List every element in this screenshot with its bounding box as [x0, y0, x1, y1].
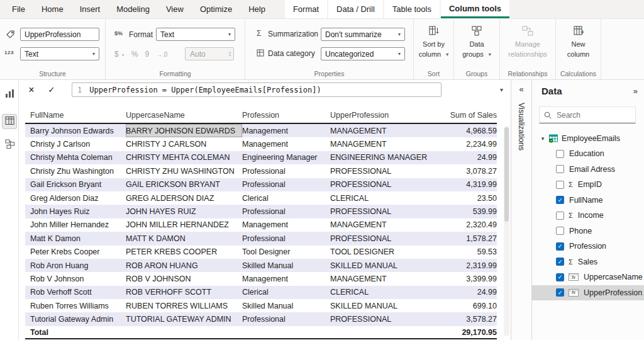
table-scrollbar[interactable] — [504, 126, 509, 336]
field-checkbox[interactable] — [556, 227, 564, 235]
new-column-button[interactable]: New column — [556, 25, 601, 59]
cancel-button[interactable]: × — [23, 80, 40, 99]
sort-by-column-button[interactable]: Sort by column▾ — [414, 25, 453, 59]
table-cell[interactable]: CHRISTY J CARLSON — [126, 137, 242, 150]
table-cell[interactable]: Engineering Manager — [242, 151, 330, 164]
table-cell[interactable]: Peter Krebs Cooper — [25, 246, 126, 259]
table-cell[interactable]: PROFESSIONAL — [330, 178, 431, 191]
table-cell[interactable]: PETER KREBS COOPER — [126, 246, 242, 259]
table-cell[interactable]: 59.53 — [431, 246, 497, 259]
data-type-dropdown[interactable]: Text ▾ — [20, 47, 99, 60]
table-cell[interactable]: ROB V JOHNSON — [126, 272, 242, 285]
table-cell[interactable]: MANAGEMENT — [330, 124, 431, 137]
field-row-empid[interactable]: ΣEmpID — [532, 177, 644, 193]
field-checkbox[interactable]: ✓ — [556, 273, 564, 281]
table-cell[interactable]: PROFESSIONAL — [330, 312, 431, 326]
table-cell[interactable]: Tool Designer — [242, 246, 330, 259]
table-cell[interactable]: TUTORIAL GATEWAY ADMIN — [126, 312, 242, 326]
data-view-button[interactable] — [3, 115, 16, 128]
menu-tab-column-tools[interactable]: Column tools — [441, 0, 509, 18]
data-category-dropdown[interactable]: Uncategorized ▾ — [321, 47, 405, 60]
field-checkbox[interactable] — [556, 165, 564, 173]
table-cell[interactable]: Professional — [242, 312, 330, 326]
table-cell[interactable]: 539.99 — [431, 205, 497, 218]
table-cell[interactable]: ENGINEERING MANAGER — [330, 151, 431, 164]
header-cell-sum-of-sales[interactable]: Sum of Sales — [431, 111, 497, 120]
table-cell[interactable]: Management — [242, 218, 330, 232]
collapse-data-pane-button[interactable]: » — [633, 86, 638, 96]
field-checkbox[interactable] — [556, 150, 564, 158]
table-cell[interactable]: Gail Erickson Bryant — [25, 178, 126, 191]
field-row-uppercasename[interactable]: ✓fxUppercaseName — [532, 269, 644, 285]
table-cell[interactable]: MANAGEMENT — [330, 272, 431, 285]
table-cell[interactable]: Christy Zhu Washington — [25, 164, 126, 178]
table-cell[interactable]: Christy Mehta Coleman — [25, 151, 126, 164]
menu-tab-optimize[interactable]: Optimize — [192, 0, 240, 18]
table-cell[interactable]: 699.10 — [431, 299, 497, 312]
formula-input[interactable]: 1 UpperProfession = Upper(EmployeeEmails… — [72, 82, 441, 97]
expand-visualizations-button[interactable]: « — [511, 84, 531, 94]
table-cell[interactable]: ROB ARON HUANG — [126, 259, 242, 272]
table-cell[interactable]: Management — [242, 124, 330, 137]
summarization-dropdown[interactable]: Don't summarize ▾ — [321, 28, 405, 41]
table-cell[interactable]: 24.99 — [431, 286, 497, 299]
table-cell[interactable]: Rob Verhoff Scott — [25, 286, 126, 299]
data-groups-button[interactable]: Data groups▾ — [454, 25, 499, 59]
table-cell[interactable]: Management — [242, 137, 330, 150]
field-checkbox[interactable]: ✓ — [556, 196, 564, 204]
field-row-upperprofession[interactable]: ✓fxUpperProfession — [532, 285, 644, 301]
table-cell[interactable]: Management — [242, 272, 330, 285]
table-cell[interactable]: CHRISTY ZHU WASHINGTON — [126, 164, 242, 178]
table-cell[interactable]: 2,320.49 — [431, 218, 497, 232]
model-view-button[interactable] — [3, 138, 16, 152]
menu-tab-view[interactable]: View — [158, 0, 192, 18]
table-node-employeeemails[interactable]: ▾ EmployeeEmails — [532, 131, 644, 146]
table-cell[interactable]: 4,968.59 — [431, 124, 497, 137]
field-checkbox[interactable]: ✓ — [556, 242, 564, 251]
table-cell[interactable]: Barry Johnson Edwards — [25, 124, 126, 137]
table-cell[interactable]: MATT K DAMON — [126, 232, 242, 245]
table-cell[interactable]: GAIL ERICKSON BRYANT — [126, 178, 242, 191]
table-cell[interactable]: Matt K Damon — [25, 232, 126, 245]
table-cell[interactable]: BARRY JOHNSON EDWARDS — [126, 124, 242, 137]
formula-expand-button[interactable]: ▾ — [500, 86, 503, 93]
table-cell[interactable]: 3,078.27 — [431, 164, 497, 178]
table-cell[interactable]: CHRISTY MEHTA COLEMAN — [126, 151, 242, 164]
menu-tab-help[interactable]: Help — [240, 0, 274, 18]
table-cell[interactable]: ROB VERHOFF SCOTT — [126, 286, 242, 299]
field-row-phone[interactable]: Phone — [532, 224, 644, 239]
table-cell[interactable]: John Hayes Ruiz — [25, 205, 126, 218]
table-cell[interactable]: PROFESSIONAL — [330, 164, 431, 178]
header-cell-upperprofession[interactable]: UpperProfession — [330, 111, 431, 120]
table-cell[interactable]: Professional — [242, 232, 330, 245]
table-cell[interactable]: John Miller Hernandez — [25, 218, 126, 232]
menu-tab-home[interactable]: Home — [33, 0, 72, 18]
table-cell[interactable]: SKILLED MANUAL — [330, 259, 431, 272]
table-cell[interactable]: 1,578.27 — [431, 232, 497, 245]
table-cell[interactable]: Ruben Torres Williams — [25, 299, 126, 312]
table-cell[interactable]: 3,399.99 — [431, 272, 497, 285]
table-cell[interactable]: PROFESSIONAL — [330, 205, 431, 218]
table-cell[interactable]: Clerical — [242, 191, 330, 205]
field-checkbox[interactable] — [556, 212, 564, 220]
table-cell[interactable]: GREG ALDERSON DIAZ — [126, 191, 242, 205]
table-cell[interactable]: 2,234.99 — [431, 137, 497, 150]
table-cell[interactable]: CLERICAL — [330, 286, 431, 299]
menu-tab-modeling[interactable]: Modeling — [108, 0, 158, 18]
table-cell[interactable]: Rob V Johnson — [25, 272, 126, 285]
table-cell[interactable]: MANAGEMENT — [330, 218, 431, 232]
table-cell[interactable]: Skilled Manual — [242, 259, 330, 272]
table-cell[interactable]: CLERICAL — [330, 191, 431, 205]
search-input[interactable] — [555, 110, 635, 120]
field-row-fullname[interactable]: ✓FullName — [532, 193, 644, 208]
scrollbar-thumb[interactable] — [504, 127, 509, 222]
table-cell[interactable]: 3,578.27 — [431, 312, 497, 326]
table-cell[interactable]: 23.50 — [431, 191, 497, 205]
table-cell[interactable]: JOHN MILLER HERNANDEZ — [126, 218, 242, 232]
field-row-profession[interactable]: ✓Profession — [532, 239, 644, 254]
menu-tab-format[interactable]: Format — [285, 0, 327, 18]
table-cell[interactable]: TOOL DESIGNER — [330, 246, 431, 259]
header-cell-profession[interactable]: Profession — [242, 111, 330, 120]
commit-button[interactable]: ✓ — [43, 80, 60, 99]
menu-tab-file[interactable]: File — [4, 0, 33, 18]
